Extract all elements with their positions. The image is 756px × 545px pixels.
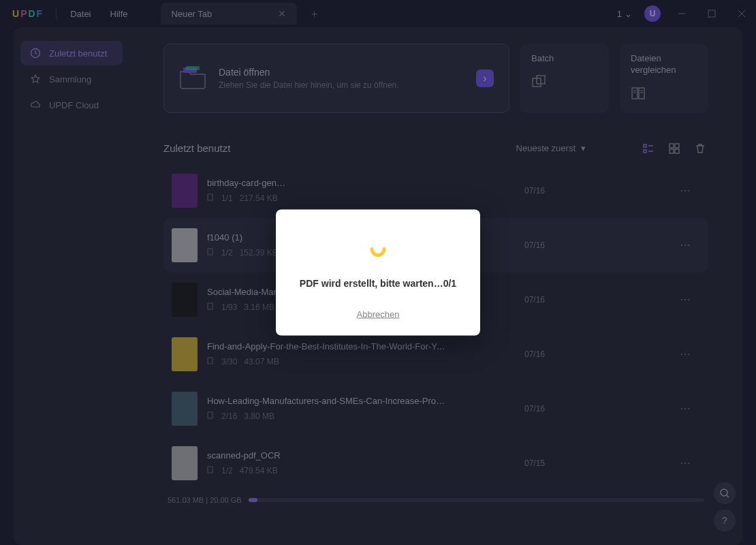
progress-modal: PDF wird erstellt, bitte warten…0/1 Abbr… [276,210,480,336]
modal-cancel-button[interactable]: Abbrechen [289,309,467,320]
modal-message: PDF wird erstellt, bitte warten…0/1 [289,278,467,289]
spinner-icon [368,237,388,258]
